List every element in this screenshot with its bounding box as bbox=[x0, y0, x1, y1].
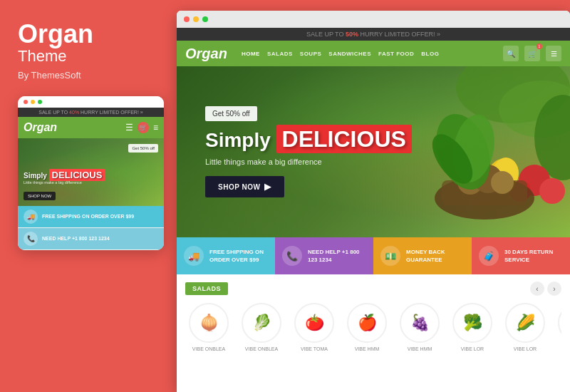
salads-section: SALADS ‹ › 🧅 VIBE ONBLEA 🥬 VIBE ONBLEA 🍅… bbox=[177, 274, 570, 358]
cart-button[interactable]: 🛒 1 bbox=[524, 46, 540, 61]
mobile-info-phone: 📞 NEED HELP +1 800 123 1234 bbox=[18, 228, 164, 250]
product-item[interactable]: 🍎 VIBE HMM bbox=[343, 303, 390, 352]
mobile-top-bar bbox=[18, 96, 164, 108]
mobile-sale-bar: SALE UP TO 40% HURRY LIMITED OFFER! » bbox=[18, 108, 164, 117]
phone-text: NEED HELP +1 800 123 1234 bbox=[308, 248, 366, 264]
svg-point-12 bbox=[491, 171, 514, 194]
product-img-5: 🍇 bbox=[400, 303, 440, 343]
info-moneyback: 💵 MONEY BACK GUARANTEE bbox=[373, 237, 472, 274]
product-item[interactable]: 🥦 VIBE LOR bbox=[449, 303, 496, 352]
hero-content: Get 50% off Simply DELICIOUS Little thin… bbox=[205, 106, 412, 197]
nav-fastfood[interactable]: FAST FOOD bbox=[378, 51, 414, 57]
website-logo: Organ bbox=[185, 46, 227, 62]
brand-by: By ThemesSoft bbox=[18, 70, 81, 81]
mobile-nav-icons: ☰ 🛒 ≡ bbox=[125, 122, 158, 133]
mobile-dot-green bbox=[38, 100, 42, 104]
return-icon: 🧳 bbox=[479, 246, 499, 266]
nav-links: HOME SALADS SOUPS SANDWICHES FAST FOOD B… bbox=[242, 51, 494, 57]
arrow-icon: ▶ bbox=[264, 182, 271, 192]
nav-sandwiches[interactable]: SANDWICHES bbox=[328, 51, 371, 57]
website-sale-bar: SALE UP TO 50% HURRY LIMITED OFFER! » bbox=[177, 28, 570, 41]
mobile-nav: Organ ☰ 🛒 ≡ bbox=[18, 117, 164, 138]
product-item[interactable]: 🍋 VIBE LOR bbox=[554, 303, 561, 352]
mobile-preview: SALE UP TO 40% HURRY LIMITED OFFER! » Or… bbox=[18, 96, 164, 250]
product-label-3: VIBE TOMA bbox=[301, 346, 328, 352]
mobile-hero-title: Simply DELICIOUS bbox=[24, 170, 158, 180]
salads-tag: SALADS bbox=[185, 282, 228, 295]
product-item[interactable]: 🌽 VIBE LOR bbox=[502, 303, 549, 352]
search-button[interactable]: 🔍 bbox=[503, 46, 519, 61]
hero-badge: Get 50% off bbox=[205, 106, 257, 121]
product-item[interactable]: 🧅 VIBE ONBLEA bbox=[185, 303, 232, 352]
product-label-1: VIBE ONBLEA bbox=[192, 346, 225, 352]
product-img-3: 🍅 bbox=[294, 303, 334, 343]
browser-dot-green[interactable] bbox=[202, 16, 208, 22]
salads-nav: ‹ › bbox=[530, 282, 561, 296]
mobile-logo: Organ bbox=[24, 121, 57, 134]
mobile-hero-sub: Little things make a big difference bbox=[24, 180, 158, 185]
mobile-info-bar: 🚚 FREE SHIPPING ON ORDER OVER $99 📞 NEED… bbox=[18, 206, 164, 250]
info-return: 🧳 30 DAYS RETURN SERVICE bbox=[472, 237, 570, 274]
product-item[interactable]: 🍇 VIBE HMM bbox=[396, 303, 443, 352]
product-grid: 🧅 VIBE ONBLEA 🥬 VIBE ONBLEA 🍅 VIBE TOMA … bbox=[185, 303, 561, 352]
svg-point-4 bbox=[539, 178, 565, 204]
browser-window: SALE UP TO 50% HURRY LIMITED OFFER! » Or… bbox=[177, 11, 570, 392]
hero-simply: Simply bbox=[205, 129, 271, 151]
info-shipping: 🚚 FREE SHIPPING ON ORDER OVER $99 bbox=[177, 237, 275, 274]
mobile-dot-yellow bbox=[31, 100, 35, 104]
mobile-cart-icon[interactable]: 🛒 bbox=[138, 122, 149, 133]
prev-button[interactable]: ‹ bbox=[530, 282, 544, 296]
mobile-shipping-text: FREE SHIPPING ON ORDER OVER $99 bbox=[42, 213, 134, 220]
product-img-6: 🥦 bbox=[452, 303, 492, 343]
product-label-7: VIBE LOR bbox=[514, 346, 537, 352]
product-label-2: VIBE ONBLEA bbox=[245, 346, 278, 352]
info-phone: 📞 NEED HELP +1 800 123 1234 bbox=[275, 237, 373, 274]
mobile-hero-badge: Get 50% off bbox=[128, 144, 158, 153]
mobile-phone-icon: 📞 bbox=[24, 232, 38, 246]
truck-icon: 🚚 bbox=[184, 246, 204, 266]
mobile-hero-delicious: DELICIOUS bbox=[49, 169, 105, 181]
browser-dot-red[interactable] bbox=[184, 16, 190, 22]
mobile-hero-simply: Simply bbox=[24, 172, 47, 180]
nav-salads[interactable]: SALADS bbox=[267, 51, 293, 57]
mobile-info-shipping: 🚚 FREE SHIPPING ON ORDER OVER $99 bbox=[18, 206, 164, 228]
nav-home[interactable]: HOME bbox=[242, 51, 260, 57]
website-hero: Get 50% off Simply DELICIOUS Little thin… bbox=[177, 66, 570, 237]
salads-header: SALADS ‹ › bbox=[185, 282, 561, 296]
hero-delicious: DELICIOUS bbox=[276, 125, 412, 153]
product-img-1: 🧅 bbox=[189, 303, 229, 343]
next-button[interactable]: › bbox=[547, 282, 561, 296]
mobile-dot-red bbox=[24, 100, 28, 104]
product-label-5: VIBE HMM bbox=[408, 346, 432, 352]
product-item[interactable]: 🥬 VIBE ONBLEA bbox=[238, 303, 285, 352]
hero-title: Simply DELICIOUS bbox=[205, 127, 412, 152]
product-item[interactable]: 🍅 VIBE TOMA bbox=[291, 303, 338, 352]
shop-now-button[interactable]: SHOP NOW ▶ bbox=[205, 176, 284, 197]
hero-subtitle: Little things make a big difference bbox=[205, 158, 412, 166]
mobile-hero: Get 50% off Simply DELICIOUS Little thin… bbox=[18, 138, 164, 206]
moneyback-text: MONEY BACK GUARANTEE bbox=[406, 248, 465, 264]
money-icon: 💵 bbox=[380, 246, 400, 266]
mobile-shop-btn[interactable]: SHOP NOW bbox=[24, 192, 56, 200]
mobile-phone-text: NEED HELP +1 800 123 1234 bbox=[42, 235, 110, 242]
nav-blog[interactable]: BLOG bbox=[421, 51, 439, 57]
shop-now-label: SHOP NOW bbox=[218, 183, 260, 191]
mobile-list-icon[interactable]: ≡ bbox=[153, 123, 158, 133]
product-label-6: VIBE LOR bbox=[461, 346, 484, 352]
menu-button[interactable]: ☰ bbox=[546, 46, 561, 61]
info-strip: 🚚 FREE SHIPPING ON ORDER OVER $99 📞 NEED… bbox=[177, 237, 570, 274]
browser-dot-yellow[interactable] bbox=[193, 16, 199, 22]
mobile-truck-icon: 🚚 bbox=[24, 210, 38, 224]
nav-soups[interactable]: SOUPS bbox=[300, 51, 322, 57]
product-img-8: 🍋 bbox=[558, 303, 561, 343]
left-panel: Organ Theme By ThemesSoft SALE UP TO 40%… bbox=[0, 0, 177, 392]
shipping-text: FREE SHIPPING ON ORDER OVER $99 bbox=[209, 248, 268, 264]
product-label-4: VIBE HMM bbox=[355, 346, 380, 352]
phone-icon: 📞 bbox=[282, 246, 302, 266]
website-nav: Organ HOME SALADS SOUPS SANDWICHES FAST … bbox=[177, 41, 570, 66]
return-text: 30 DAYS RETURN SERVICE bbox=[504, 248, 563, 264]
product-img-4: 🍎 bbox=[347, 303, 387, 343]
mobile-menu-icon[interactable]: ☰ bbox=[125, 123, 133, 133]
product-img-2: 🥬 bbox=[242, 303, 281, 343]
cart-badge: 1 bbox=[537, 43, 542, 49]
